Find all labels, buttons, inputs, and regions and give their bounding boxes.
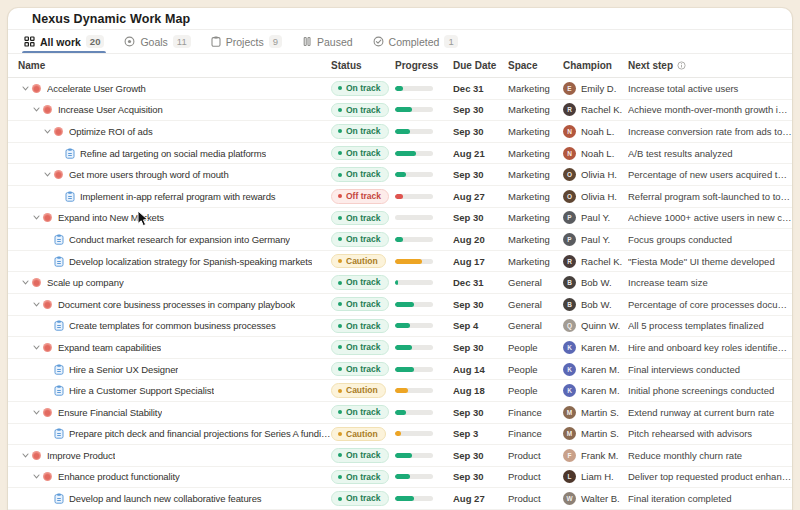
next-step: Percentage of core processes documented bbox=[628, 299, 792, 310]
status-badge[interactable]: Caution bbox=[331, 254, 386, 269]
table-row[interactable]: Improve Product On track Sep 30 Product … bbox=[8, 445, 792, 467]
status-badge[interactable]: On track bbox=[331, 81, 389, 96]
next-step: Referral program soft-launched to top us… bbox=[628, 191, 792, 202]
status-badge[interactable]: On track bbox=[331, 103, 389, 118]
table-row[interactable]: Accelerate User Growth On track Dec 31 M… bbox=[8, 78, 792, 100]
progress-bar bbox=[395, 367, 433, 372]
table-row[interactable]: Enhance product functionality On track S… bbox=[8, 467, 792, 489]
status-badge[interactable]: On track bbox=[331, 340, 389, 355]
table-row[interactable]: Hire a Senior UX Designer On track Aug 1… bbox=[8, 359, 792, 381]
status-badge[interactable]: Caution bbox=[331, 383, 386, 398]
champion-cell: P Paul Y. bbox=[563, 233, 628, 246]
chevron-down-icon[interactable] bbox=[29, 345, 43, 350]
progress-cell bbox=[395, 431, 453, 436]
table-row[interactable]: Prepare pitch deck and financial project… bbox=[8, 424, 792, 446]
status-badge[interactable]: On track bbox=[331, 297, 389, 312]
table-row[interactable]: Conduct market research for expansion in… bbox=[8, 229, 792, 251]
table-row[interactable]: Create templates for common business pro… bbox=[8, 316, 792, 338]
tab-goals[interactable]: Goals11 bbox=[124, 30, 190, 53]
table-row[interactable]: Develop and launch new collaborative fea… bbox=[8, 488, 792, 510]
chevron-down-icon[interactable] bbox=[40, 172, 54, 177]
table-row[interactable]: Expand into New Markets On track Sep 30 … bbox=[8, 208, 792, 230]
chevron-down-icon[interactable] bbox=[18, 86, 32, 91]
tab-paused[interactable]: Paused bbox=[302, 30, 353, 53]
champion-cell: O Olivia H. bbox=[563, 190, 628, 203]
avatar: P bbox=[563, 211, 576, 224]
chevron-down-icon[interactable] bbox=[29, 215, 43, 220]
status-badge[interactable]: On track bbox=[331, 211, 389, 226]
column-header-status[interactable]: Status bbox=[331, 60, 395, 71]
status-badge[interactable]: Off track bbox=[331, 189, 389, 204]
clipboard-icon bbox=[211, 36, 221, 47]
table-row[interactable]: Scale up company On track Dec 31 General… bbox=[8, 272, 792, 294]
status-cell: On track bbox=[331, 319, 395, 334]
column-header-champion[interactable]: Champion bbox=[563, 60, 628, 71]
table-row[interactable]: Ensure Financial Stability On track Sep … bbox=[8, 402, 792, 424]
avatar: B bbox=[563, 276, 576, 289]
tab-projects[interactable]: Projects9 bbox=[211, 30, 282, 53]
status-badge[interactable]: On track bbox=[331, 275, 389, 290]
space-label: Marketing bbox=[508, 212, 563, 223]
row-name-label: Refine ad targeting on social media plat… bbox=[80, 148, 266, 159]
table-row[interactable]: Get more users through word of mouth On … bbox=[8, 164, 792, 186]
chevron-down-icon[interactable] bbox=[18, 453, 32, 458]
avatar: R bbox=[563, 103, 576, 116]
space-label: Marketing bbox=[508, 169, 563, 180]
status-cell: On track bbox=[331, 211, 395, 226]
table-row[interactable]: Refine ad targeting on social media plat… bbox=[8, 143, 792, 165]
chevron-down-icon[interactable] bbox=[29, 302, 43, 307]
table-row[interactable]: Increase User Acquisition On track Sep 3… bbox=[8, 100, 792, 122]
progress-cell bbox=[395, 172, 453, 177]
status-cell: Caution bbox=[331, 427, 395, 442]
due-date: Sep 30 bbox=[453, 104, 508, 115]
column-header-next-step[interactable]: Next step bbox=[628, 60, 792, 71]
chevron-down-icon[interactable] bbox=[40, 129, 54, 134]
table-row[interactable]: Document core business processes in comp… bbox=[8, 294, 792, 316]
table-row[interactable]: Expand team capabilities On track Sep 30… bbox=[8, 337, 792, 359]
status-badge[interactable]: On track bbox=[331, 448, 389, 463]
status-badge[interactable]: On track bbox=[331, 491, 389, 506]
row-name-label: Prepare pitch deck and financial project… bbox=[69, 428, 331, 439]
tab-all-work[interactable]: All work20 bbox=[24, 30, 104, 53]
status-badge[interactable]: Caution bbox=[331, 427, 386, 442]
progress-bar bbox=[395, 215, 433, 220]
status-badge[interactable]: On track bbox=[331, 146, 389, 161]
progress-bar bbox=[395, 345, 433, 350]
table-row[interactable]: Implement in-app referral program with r… bbox=[8, 186, 792, 208]
status-badge[interactable]: On track bbox=[331, 362, 389, 377]
next-step: Increase total active users bbox=[628, 83, 792, 94]
next-step: Achieve 1000+ active users in new countr… bbox=[628, 212, 792, 223]
column-header-due-date[interactable]: Due Date bbox=[453, 60, 508, 71]
row-name-label: Get more users through word of mouth bbox=[69, 169, 229, 180]
tab-completed[interactable]: Completed1 bbox=[373, 30, 458, 53]
champion-name: Karen M. bbox=[581, 385, 620, 396]
status-badge[interactable]: On track bbox=[331, 405, 389, 420]
chevron-down-icon[interactable] bbox=[29, 107, 43, 112]
table-row[interactable]: Optimize ROI of ads On track Sep 30 Mark… bbox=[8, 121, 792, 143]
progress-bar bbox=[395, 259, 433, 264]
goal-icon bbox=[32, 451, 47, 460]
row-name-label: Enhance product functionality bbox=[58, 471, 180, 482]
champion-cell: K Karen M. bbox=[563, 341, 628, 354]
row-name-label: Improve Product bbox=[47, 450, 115, 461]
progress-bar bbox=[395, 302, 433, 307]
progress-bar bbox=[395, 151, 433, 156]
status-badge[interactable]: On track bbox=[331, 124, 389, 139]
name-cell: Hire a Senior UX Designer bbox=[8, 364, 331, 375]
chevron-down-icon[interactable] bbox=[29, 474, 43, 479]
chevron-down-icon[interactable] bbox=[29, 410, 43, 415]
status-badge[interactable]: On track bbox=[331, 167, 389, 182]
avatar: K bbox=[563, 363, 576, 376]
status-badge[interactable]: On track bbox=[331, 470, 389, 485]
table-row[interactable]: Develop localization strategy for Spanis… bbox=[8, 251, 792, 273]
status-badge[interactable]: On track bbox=[331, 319, 389, 334]
due-date: Aug 21 bbox=[453, 148, 508, 159]
column-header-name[interactable]: Name bbox=[8, 60, 331, 71]
column-header-space[interactable]: Space bbox=[508, 60, 563, 71]
chevron-down-icon[interactable] bbox=[18, 280, 32, 285]
table-row[interactable]: Hire a Customer Support Specialist Cauti… bbox=[8, 380, 792, 402]
row-name-label: Expand team capabilities bbox=[58, 342, 161, 353]
name-cell: Hire a Customer Support Specialist bbox=[8, 385, 331, 396]
column-header-progress[interactable]: Progress bbox=[395, 60, 453, 71]
status-badge[interactable]: On track bbox=[331, 232, 389, 247]
